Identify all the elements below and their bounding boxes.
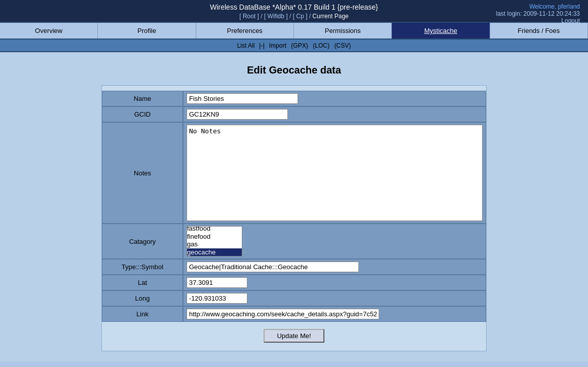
- subnav-csv[interactable]: (CSV): [335, 42, 351, 49]
- subnav-list-all[interactable]: List All: [237, 42, 255, 49]
- catagory-select[interactable]: fastfood finefood gas geocache: [187, 226, 242, 256]
- subnav-loc[interactable]: (LOC): [313, 42, 329, 49]
- breadcrumb-wifidb[interactable]: [ Wifidb ]: [264, 13, 288, 20]
- long-label: Long: [102, 290, 183, 306]
- top-header: Wireless DataBase *Alpha* 0.17 Build 1 {…: [0, 0, 588, 22]
- subnav-gpx[interactable]: (GPX): [291, 42, 308, 49]
- subnav-import[interactable]: Import: [269, 42, 286, 49]
- tab-profile[interactable]: Profile: [98, 23, 196, 39]
- last-login: last login: 2009-11-12 20:24:33: [496, 10, 580, 17]
- logout-link[interactable]: Logout: [561, 17, 580, 24]
- tab-permissions[interactable]: Permissions: [294, 23, 392, 39]
- name-input[interactable]: [187, 93, 298, 104]
- form-wrapper: Name GCID Notes No Notes Catagory fastfo: [101, 85, 487, 351]
- nav-tabs: Overview Profile Preferences Permissions…: [0, 22, 588, 40]
- gcid-input-cell: [183, 106, 486, 122]
- lat-input-cell: [183, 275, 486, 290]
- breadcrumb-cp[interactable]: [ Cp ]: [293, 13, 308, 20]
- link-label: Link: [102, 306, 183, 322]
- type-input[interactable]: [187, 262, 359, 272]
- notes-row: Notes No Notes: [102, 122, 486, 224]
- breadcrumb-root[interactable]: [ Root ]: [239, 13, 259, 20]
- long-input[interactable]: [187, 293, 247, 304]
- tab-preferences[interactable]: Preferences: [196, 23, 294, 39]
- update-button[interactable]: Update Me!: [264, 329, 324, 343]
- type-input-cell: [183, 259, 486, 275]
- link-row: Link: [102, 306, 486, 322]
- breadcrumb-current: Current Page: [312, 13, 348, 20]
- name-input-cell: [183, 91, 486, 106]
- long-row: Long: [102, 290, 486, 306]
- link-input-cell: [183, 306, 486, 322]
- main-content: Edit Geocache data Name GCID Notes No No…: [0, 52, 588, 361]
- lat-input[interactable]: [187, 277, 247, 288]
- name-label: Name: [102, 91, 183, 106]
- welcome-text: Welcome, pferland: [496, 3, 580, 10]
- link-input[interactable]: [187, 309, 379, 319]
- tab-mysticache[interactable]: Mysticache: [392, 23, 490, 39]
- lat-label: Lat: [102, 275, 183, 290]
- lat-row: Lat: [102, 275, 486, 290]
- notes-textarea[interactable]: No Notes: [187, 125, 483, 221]
- gcid-row: GCID: [102, 106, 486, 122]
- name-row: Name: [102, 91, 486, 106]
- tab-friends-foes[interactable]: Friends / Foes: [490, 23, 588, 39]
- long-input-cell: [183, 290, 486, 306]
- gcid-label: GCID: [102, 106, 183, 122]
- catagory-row: Catagory fastfood finefood gas geocache: [102, 224, 486, 259]
- sub-nav: List All |-| Import (GPX) (LOC) (CSV): [0, 40, 588, 52]
- type-label: Type:::Symbol: [102, 259, 183, 275]
- catagory-input-cell: fastfood finefood gas geocache: [183, 224, 486, 259]
- page-title: Edit Geocache data: [10, 64, 578, 76]
- notes-label: Notes: [102, 122, 183, 224]
- subnav-sep1: |-|: [259, 42, 265, 49]
- catagory-label: Catagory: [102, 224, 183, 259]
- user-info: Welcome, pferland last login: 2009-11-12…: [496, 3, 580, 24]
- type-row: Type:::Symbol: [102, 259, 486, 275]
- gcid-input[interactable]: [187, 109, 288, 120]
- tab-overview[interactable]: Overview: [0, 23, 98, 39]
- notes-input-cell: No Notes: [183, 122, 486, 224]
